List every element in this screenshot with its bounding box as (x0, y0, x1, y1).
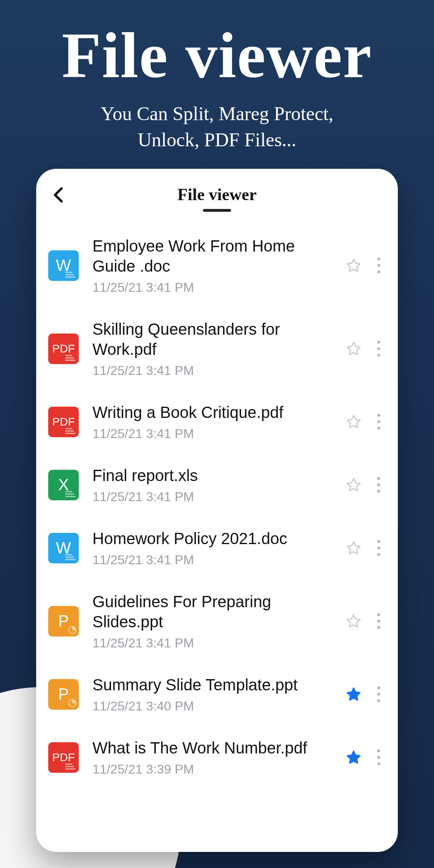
file-date: 11/25/21 3:41 PM (92, 553, 340, 567)
file-date: 11/25/21 3:41 PM (92, 636, 340, 651)
star-icon (346, 613, 362, 629)
more-button[interactable] (371, 536, 387, 560)
more-button[interactable] (371, 254, 387, 278)
file-row[interactable]: PDFWhat is The Work Number.pdf11/25/21 3… (36, 726, 398, 789)
xls-file-icon: X (48, 470, 79, 500)
toolbar-title: File viewer (177, 185, 256, 204)
file-info: What is The Work Number.pdf11/25/21 3:39… (79, 738, 340, 777)
star-button[interactable] (344, 475, 363, 495)
star-icon (346, 540, 362, 556)
file-row[interactable]: PDFSkilling Queenslanders for Work.pdf11… (36, 307, 398, 390)
file-date: 11/25/21 3:39 PM (92, 762, 340, 777)
file-icon-lines (65, 554, 76, 560)
file-date: 11/25/21 3:40 PM (92, 699, 340, 714)
pie-icon (68, 699, 76, 707)
file-info: Homework Policy 2021.doc11/25/21 3:41 PM (79, 528, 340, 567)
file-icon-lines (65, 355, 76, 361)
file-icon-lines (65, 272, 76, 278)
file-icon-pie (68, 626, 76, 634)
toolbar: File viewer (36, 169, 398, 216)
file-row[interactable]: PGuidelines For Preparing Slides.ppt11/2… (36, 579, 398, 663)
file-info: Guidelines For Preparing Slides.ppt11/25… (79, 592, 340, 651)
file-row[interactable]: XFinal report.xls11/25/21 3:41 PM (36, 453, 398, 516)
toolbar-title-wrap: File viewer (177, 185, 256, 212)
phone-mockup: File viewer WEmployee Work From Home Gui… (36, 169, 398, 852)
ppt-file-icon: P (48, 606, 79, 637)
hero-title: File viewer (0, 20, 434, 91)
file-name: Skilling Queenslanders for Work.pdf (92, 319, 340, 359)
star-button[interactable] (344, 612, 363, 631)
star-button[interactable] (344, 685, 363, 704)
more-button[interactable] (371, 410, 387, 434)
file-icon-letter: PDF (52, 751, 75, 764)
pdf-file-icon: PDF (48, 742, 79, 773)
file-name: Final report.xls (92, 465, 340, 485)
file-icon-letter: P (58, 612, 69, 630)
star-icon (346, 686, 362, 702)
file-name: What is The Work Number.pdf (92, 738, 340, 758)
star-icon (346, 341, 362, 357)
star-icon (346, 749, 362, 766)
more-button[interactable] (371, 473, 387, 497)
more-button[interactable] (371, 337, 387, 361)
file-info: Final report.xls11/25/21 3:41 PM (79, 465, 340, 504)
more-button[interactable] (371, 745, 387, 770)
file-name: Employee Work From Home Guide .doc (92, 236, 340, 276)
hero-subtitle: You Can Split, Mareg Protect, Unlock, PD… (0, 101, 434, 153)
toolbar-underline (203, 209, 231, 212)
star-button[interactable] (344, 538, 363, 558)
file-row[interactable]: PDFWriting a Book Critique.pdf11/25/21 3… (36, 390, 398, 453)
star-icon (346, 414, 362, 430)
file-date: 11/25/21 3:41 PM (92, 426, 340, 441)
back-button[interactable] (48, 185, 68, 205)
star-button[interactable] (344, 748, 363, 767)
file-icon-letter: PDF (52, 416, 75, 428)
hero-section: File viewer You Can Split, Mareg Protect… (0, 0, 434, 153)
more-button[interactable] (371, 609, 387, 633)
star-button[interactable] (344, 339, 363, 358)
file-row[interactable]: WEmployee Work From Home Guide .doc11/25… (36, 224, 398, 307)
chevron-left-icon (53, 187, 64, 203)
file-name: Writing a Book Critique.pdf (92, 402, 340, 422)
file-date: 11/25/21 3:41 PM (92, 280, 340, 295)
file-icon-letter: PDF (52, 342, 75, 355)
star-icon (346, 258, 362, 274)
file-date: 11/25/21 3:41 PM (92, 489, 340, 504)
file-icon-lines (65, 428, 76, 434)
pdf-file-icon: PDF (48, 334, 79, 364)
file-list[interactable]: WEmployee Work From Home Guide .doc11/25… (36, 216, 398, 789)
star-icon (346, 477, 362, 493)
file-row[interactable]: PSummary Slide Template.ppt11/25/21 3:40… (36, 663, 398, 726)
more-button[interactable] (371, 682, 387, 706)
star-button[interactable] (344, 412, 363, 432)
ppt-file-icon: P (48, 679, 79, 710)
file-icon-lines (65, 491, 76, 497)
star-button[interactable] (344, 256, 363, 275)
file-icon-lines (65, 764, 76, 770)
file-name: Homework Policy 2021.doc (92, 528, 340, 549)
file-row[interactable]: WHomework Policy 2021.doc11/25/21 3:41 P… (36, 516, 398, 579)
pdf-file-icon: PDF (48, 407, 79, 437)
file-name: Guidelines For Preparing Slides.ppt (92, 592, 340, 632)
pie-icon (68, 626, 76, 634)
file-name: Summary Slide Template.ppt (92, 675, 340, 695)
doc-file-icon: W (48, 533, 79, 563)
file-icon-letter: P (58, 685, 69, 703)
file-info: Writing a Book Critique.pdf11/25/21 3:41… (79, 402, 340, 441)
file-info: Summary Slide Template.ppt11/25/21 3:40 … (79, 675, 340, 714)
file-info: Skilling Queenslanders for Work.pdf11/25… (79, 319, 340, 378)
file-info: Employee Work From Home Guide .doc11/25/… (79, 236, 340, 295)
doc-file-icon: W (48, 250, 79, 281)
file-date: 11/25/21 3:41 PM (92, 363, 340, 378)
file-icon-pie (68, 699, 76, 707)
